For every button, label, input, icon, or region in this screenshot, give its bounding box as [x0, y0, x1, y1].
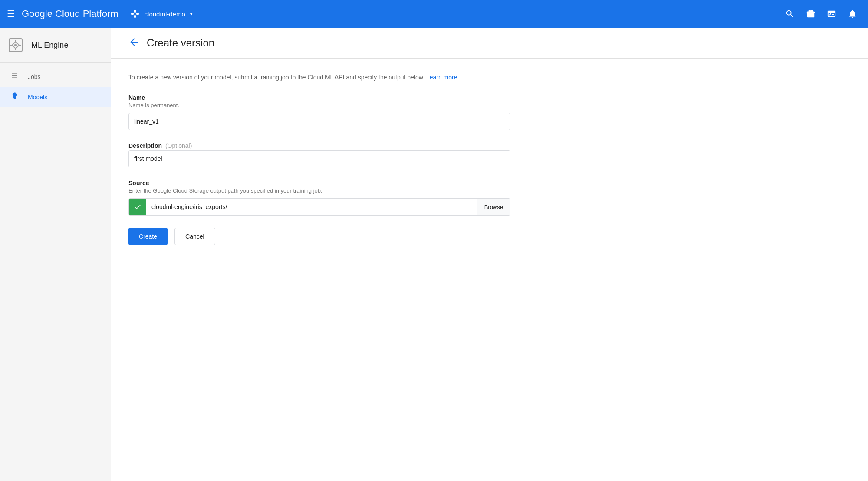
- description-input[interactable]: [128, 150, 510, 167]
- app-title: Google Cloud Platform: [22, 8, 118, 20]
- models-icon: [10, 92, 19, 102]
- gift-button[interactable]: [802, 5, 819, 23]
- learn-more-link[interactable]: Learn more: [426, 74, 457, 81]
- sidebar-item-jobs[interactable]: Jobs: [0, 66, 111, 87]
- top-nav-right: [781, 5, 861, 23]
- name-sublabel: Name is permanent.: [128, 102, 510, 108]
- sidebar-item-models-label: Models: [28, 94, 47, 101]
- hamburger-icon[interactable]: ☰: [7, 10, 15, 18]
- source-input[interactable]: [146, 199, 477, 215]
- sidebar-header: ML Engine: [0, 28, 111, 63]
- description-label: Description (Optional): [128, 142, 510, 149]
- sidebar-item-jobs-label: Jobs: [28, 73, 41, 80]
- svg-point-2: [134, 10, 136, 13]
- svg-point-3: [134, 15, 136, 18]
- description-field-group: Description (Optional): [128, 142, 510, 167]
- browse-button[interactable]: Browse: [477, 199, 510, 215]
- svg-point-1: [136, 13, 139, 15]
- ml-engine-icon: [7, 36, 24, 54]
- content-body: To create a new version of your model, s…: [111, 59, 528, 259]
- source-input-wrapper: Browse: [128, 198, 510, 216]
- back-button[interactable]: [128, 36, 140, 49]
- source-valid-icon: [129, 199, 146, 215]
- source-field-group: Source Enter the Google Cloud Storage ou…: [128, 180, 510, 216]
- action-buttons: Create Cancel: [128, 228, 510, 245]
- page-title: Create version: [147, 37, 214, 49]
- terminal-button[interactable]: [823, 5, 840, 23]
- jobs-icon: [10, 72, 19, 82]
- description-text: To create a new version of your model, s…: [128, 72, 510, 82]
- notifications-button[interactable]: [844, 5, 861, 23]
- sidebar-title: ML Engine: [31, 41, 68, 50]
- name-input[interactable]: [128, 113, 510, 130]
- source-sublabel: Enter the Google Cloud Storage output pa…: [128, 187, 510, 194]
- project-name: cloudml-demo: [145, 10, 185, 18]
- top-nav: ☰ Google Cloud Platform cloudml-demo ▼: [0, 0, 868, 28]
- cancel-button[interactable]: Cancel: [174, 228, 215, 245]
- sidebar-nav: Jobs Models: [0, 63, 111, 107]
- source-label: Source: [128, 180, 510, 187]
- create-button[interactable]: Create: [128, 228, 168, 245]
- name-label: Name: [128, 94, 510, 101]
- main-layout: ML Engine Jobs Models Create version: [0, 28, 868, 481]
- dropdown-arrow-icon: ▼: [189, 11, 194, 17]
- content-header: Create version: [111, 28, 868, 59]
- project-selector[interactable]: cloudml-demo ▼: [129, 8, 194, 20]
- sidebar-item-models[interactable]: Models: [0, 87, 111, 107]
- content: Create version To create a new version o…: [111, 28, 868, 481]
- name-field-group: Name Name is permanent.: [128, 94, 510, 130]
- project-dots-icon: [129, 8, 141, 20]
- sidebar: ML Engine Jobs Models: [0, 28, 111, 481]
- svg-point-5: [14, 44, 17, 46]
- svg-point-0: [131, 13, 134, 15]
- search-button[interactable]: [781, 5, 799, 23]
